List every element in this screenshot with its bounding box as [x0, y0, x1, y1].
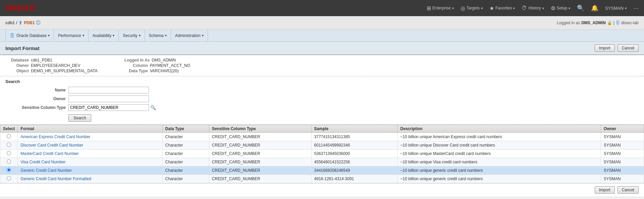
import-format-meta: Database cdb1_PDB1 Owner EMPLOYEESEARCH_… [0, 55, 644, 76]
col-select: Select [0, 125, 18, 133]
datatype-cell: Character [162, 175, 209, 183]
search-icon[interactable]: 🔍 [577, 4, 584, 12]
owner-cell: SYSMAN [601, 166, 644, 175]
loggedin-value: DMS_ADMIN [152, 58, 176, 63]
description-cell: ~10 billion unique generic credit card n… [397, 166, 601, 175]
format-link[interactable]: Generic Credit Card Number Formatted [20, 176, 91, 181]
menu-schema[interactable]: Schema ▾ [145, 30, 171, 42]
select-radio[interactable] [7, 134, 11, 138]
datatype-cell: Character [162, 150, 209, 158]
col-datatype: Data Type [162, 125, 209, 133]
select-cell[interactable] [0, 175, 18, 183]
import-buttons: Import Cancel [595, 44, 639, 52]
sensitive-col-cell: CREDIT_CARD_NUMBER [209, 158, 311, 166]
favorites-menu[interactable]: ★ Favorites ▾ [489, 5, 515, 11]
oracle-text: ORACLE® [5, 4, 37, 12]
menu-oracle-database[interactable]: 🗄 Oracle Database ▾ [5, 30, 54, 42]
oracle-database-label: Oracle Database [16, 33, 47, 38]
owner-cell: SYSMAN [601, 133, 644, 141]
select-radio[interactable] [7, 151, 11, 155]
title-bar: cdb1 / ⬆ PDB1 ⓘ Logged in as DMS_ADMIN 🔒… [0, 16, 644, 30]
targets-label: Targets [467, 6, 480, 10]
select-cell[interactable] [0, 166, 18, 175]
schema-caret: ▾ [165, 34, 167, 37]
more-icon[interactable]: ⋯ [633, 5, 639, 11]
column-row: Column PAYMENT_ACCT_NO [124, 63, 190, 68]
select-cell[interactable] [0, 150, 18, 158]
sensitive-col-input[interactable] [68, 104, 149, 111]
menu-performance[interactable]: Performance ▾ [54, 30, 89, 42]
format-cell: Visa Credit Card Number [18, 158, 162, 166]
oracle-logo: ORACLE® [5, 4, 41, 12]
meta-right: Logged In As DMS_ADMIN Column PAYMENT_AC… [124, 58, 190, 73]
select-radio[interactable] [7, 159, 11, 164]
select-cell[interactable] [0, 133, 18, 141]
datatype-cell: Character [162, 158, 209, 166]
select-cell[interactable] [0, 158, 18, 166]
logged-in-as-label: Logged in as [557, 21, 580, 25]
administration-caret: ▾ [202, 34, 204, 37]
name-input[interactable] [68, 87, 149, 93]
cancel-button-top[interactable]: Cancel [618, 44, 639, 52]
select-cell[interactable] [0, 141, 18, 150]
datatype-cell: Character [162, 141, 209, 150]
info-icon[interactable]: ⓘ [36, 20, 40, 26]
format-link[interactable]: Visa Credit Card Number [20, 160, 65, 164]
format-link[interactable]: Discover Card Credit Card Number [20, 143, 83, 148]
targets-menu[interactable]: ◎ Targets ▾ [461, 5, 483, 11]
admin-name: DMS_ADMIN [581, 21, 606, 25]
owner-form-label: Owner [19, 96, 66, 101]
search-title: Search [5, 79, 639, 84]
description-cell: ~10 billion unique American Express cred… [397, 133, 601, 141]
user-name: SYSMAN [605, 6, 624, 11]
history-icon: ⏱ [522, 5, 527, 11]
enterprise-menu[interactable]: ⊞ Enterprise ▾ [427, 5, 454, 11]
import-button-bottom[interactable]: Import [595, 186, 615, 194]
security-caret: ▾ [139, 34, 141, 37]
security-label: Security [123, 33, 137, 38]
results-table-container: Select Format Data Type Sensitive Column… [0, 125, 644, 183]
select-radio[interactable] [7, 176, 11, 181]
administration-label: Administration [175, 33, 201, 38]
notifications-icon[interactable]: 🔔 [591, 4, 598, 12]
name-row: Name [19, 87, 639, 93]
menu-administration[interactable]: Administration ▾ [171, 30, 208, 42]
targets-icon: ◎ [461, 5, 465, 11]
format-link[interactable]: Generic Credit Card Number [20, 168, 72, 173]
format-link[interactable]: American Express Credit Card Number [20, 134, 90, 139]
oracle-database-caret: ▾ [48, 34, 50, 37]
owner-input[interactable] [68, 95, 149, 102]
table-row: American Express Credit Card Number Char… [0, 133, 644, 141]
enterprise-caret: ▾ [452, 6, 454, 10]
user-caret: ▾ [625, 6, 627, 10]
bottom-actions: Import Cancel [0, 183, 644, 196]
menu-availability[interactable]: Availability ▾ [89, 30, 119, 42]
column-label: Column [124, 63, 148, 68]
select-radio[interactable] [7, 168, 11, 172]
search-button[interactable]: Search [68, 114, 91, 122]
object-value: DEMO_HR_SUPPLEMENTAL_DATA [31, 69, 98, 73]
sample-cell: 3441669208246549 [311, 166, 397, 175]
format-link[interactable]: MasterCard Credit Card Number [20, 151, 78, 156]
table-header: Select Format Data Type Sensitive Column… [0, 125, 644, 133]
cancel-button-bottom[interactable]: Cancel [618, 186, 639, 194]
table-body: American Express Credit Card Number Char… [0, 133, 644, 183]
format-cell: MasterCard Credit Card Number [18, 150, 162, 158]
history-menu[interactable]: ⏱ History ▾ [522, 5, 544, 11]
sensitive-col-cell: CREDIT_CARD_NUMBER [209, 133, 311, 141]
owner-form-row: Owner [19, 95, 639, 102]
results-table: Select Format Data Type Sensitive Column… [0, 125, 644, 183]
owner-row: Owner EMPLOYEESEARCH_DEV [5, 63, 98, 68]
owner-label: Owner [5, 63, 29, 68]
import-button[interactable]: Import [595, 44, 615, 52]
lookup-icon[interactable]: 🔍 [150, 105, 156, 110]
owner-cell: SYSMAN [601, 141, 644, 150]
setup-menu[interactable]: ⚙ Setup ▾ [551, 5, 570, 11]
table-row: Discover Card Credit Card Number Charact… [0, 141, 644, 150]
history-caret: ▾ [542, 6, 544, 10]
availability-caret: ▾ [113, 34, 114, 37]
select-radio[interactable] [7, 143, 11, 147]
loggedin-label: Logged In As [124, 58, 150, 63]
menu-security[interactable]: Security ▾ [119, 30, 145, 42]
user-menu[interactable]: SYSMAN ▾ [605, 6, 627, 11]
